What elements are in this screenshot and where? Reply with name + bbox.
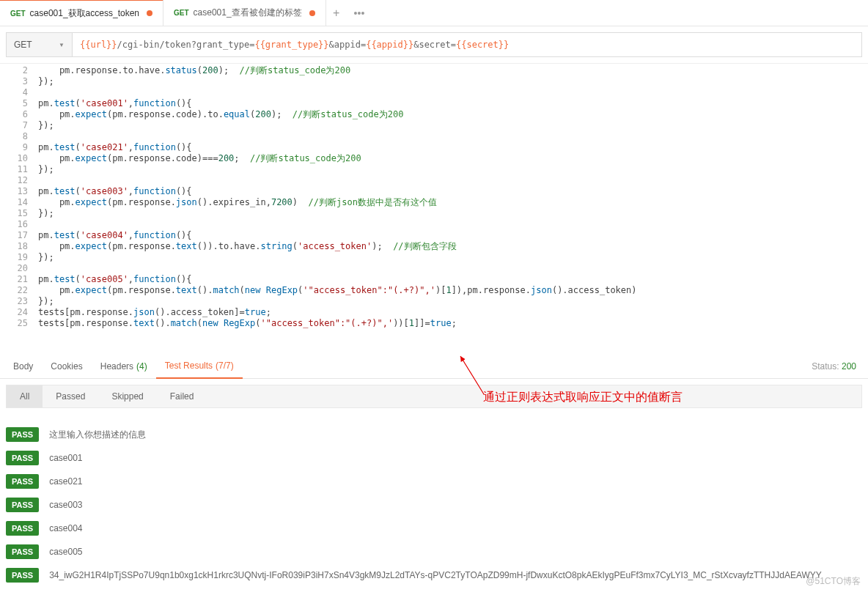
result-name: case021 [49,476,82,487]
tab-label: case001_获取access_token [30,7,139,20]
pass-badge: PASS [6,544,39,559]
result-filter-bar: All Passed Skipped Failed [6,385,862,408]
pass-badge: PASS [6,498,39,512]
tab-method: GET [10,10,26,18]
pass-badge: PASS [6,451,39,465]
http-method-label: GET [14,40,32,50]
new-tab-button[interactable]: + [326,7,347,20]
http-method-select[interactable]: GET ▼ [7,33,73,56]
test-result-row: PASScase003 [6,498,862,512]
result-name: case001 [49,453,82,463]
resp-tab-test-results[interactable]: Test Results (7/7) [156,354,243,379]
response-tabs: Body Cookies Headers (4) Test Results (7… [0,354,868,379]
test-result-row: PASScase001 [6,451,862,465]
result-name: case005 [49,547,82,557]
result-name: 这里输入你想描述的信息 [49,429,146,441]
watermark: @51CTO博客 [806,575,861,588]
test-results-list: PASS这里输入你想描述的信息 PASScase001 PASScase021 … [0,414,868,595]
script-editor-wrap: 2345678910111213141516171819202122232425… [0,63,868,336]
annotation-text: 通过正则表达式取响应正文中的值断言 [483,390,683,405]
test-result-row: PASScase004 [6,521,862,536]
resp-tab-headers[interactable]: Headers (4) [92,354,156,379]
test-result-row: PASScase021 [6,474,862,489]
url-input[interactable]: {{url}}/cgi-bin/token?grant_type={{grant… [73,33,861,56]
tab-active[interactable]: GET case001_获取access_token [0,0,163,26]
filter-skipped[interactable]: Skipped [98,385,156,407]
resp-tab-cookies[interactable]: Cookies [42,354,91,379]
result-name: 34_iwG2H1R4IpTjSSPo7U9qn1b0xg1ckH1rkrc3U… [49,570,822,580]
unsaved-dot-icon [147,10,152,16]
request-bar: GET ▼ {{url}}/cgi-bin/token?grant_type={… [6,32,862,57]
filter-all[interactable]: All [7,385,43,407]
code-content[interactable]: pm.response.to.have.status(200); //判断sta… [34,64,868,336]
pass-badge: PASS [6,474,39,489]
response-status: Status: 200 [812,361,864,372]
tab-label: case001_查看被创建的标签 [194,7,302,19]
test-result-row: PASS34_iwG2H1R4IpTjSSPo7U9qn1b0xg1ckH1rk… [6,568,862,583]
test-result-row: PASS这里输入你想描述的信息 [6,427,862,442]
tab-overflow-button[interactable]: ••• [347,7,372,19]
result-name: case003 [49,500,82,510]
result-name: case004 [49,523,82,533]
pass-badge: PASS [6,427,39,442]
line-gutter: 2345678910111213141516171819202122232425 [0,64,34,336]
filter-passed[interactable]: Passed [43,385,98,407]
tab-bar: GET case001_获取access_token GET case001_查… [0,0,868,26]
resp-tab-body[interactable]: Body [4,354,42,379]
filter-failed[interactable]: Failed [157,385,207,407]
pass-badge: PASS [6,521,39,536]
chevron-down-icon: ▼ [59,42,65,48]
unsaved-dot-icon [309,10,315,16]
pass-badge: PASS [6,568,39,583]
test-result-row: PASScase005 [6,544,862,559]
tab-inactive[interactable]: GET case001_查看被创建的标签 [163,0,326,26]
tab-method: GET [174,9,189,17]
script-editor[interactable]: 2345678910111213141516171819202122232425… [0,63,868,336]
